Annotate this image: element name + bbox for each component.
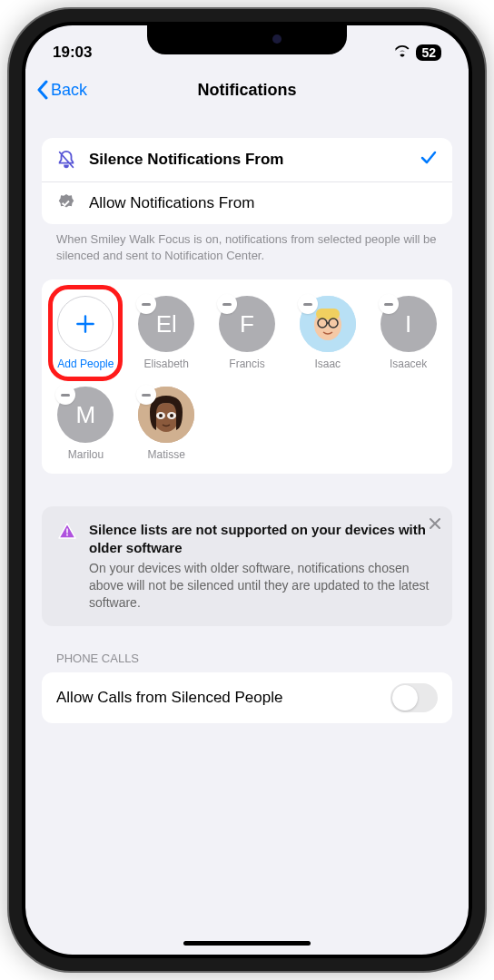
svg-point-16 <box>170 414 173 417</box>
person-matisse[interactable]: Matisse <box>126 387 207 461</box>
person-label: Elisabeth <box>144 358 189 370</box>
back-label: Back <box>51 81 87 100</box>
bell-slash-icon <box>56 150 76 170</box>
remove-person-button[interactable] <box>379 294 399 314</box>
allow-calls-toggle[interactable] <box>390 683 438 712</box>
home-indicator[interactable] <box>183 941 311 946</box>
warning-body-text: On your devices with older software, not… <box>89 560 436 612</box>
warning-title: Silence lists are not supported on your … <box>89 521 436 556</box>
content: Silence Notifications From Allow Notific… <box>25 138 469 723</box>
person-marilou[interactable]: M Marilou <box>45 387 126 461</box>
person-isaacek[interactable]: I Isaacek <box>368 296 449 370</box>
status-time: 19:03 <box>53 44 92 62</box>
svg-rect-1 <box>222 303 232 306</box>
allow-calls-row[interactable]: Allow Calls from Silenced People <box>42 672 452 723</box>
silence-option[interactable]: Silence Notifications From <box>42 138 452 182</box>
person-label: Marilou <box>68 448 104 461</box>
remove-person-button[interactable] <box>217 294 237 314</box>
nav-bar: Back Notifications <box>25 69 469 111</box>
remove-person-button[interactable] <box>55 385 75 405</box>
svg-point-15 <box>159 414 163 417</box>
remove-person-button[interactable] <box>136 294 156 314</box>
avatar-memoji <box>138 387 194 443</box>
person-francis[interactable]: F Francis <box>207 296 288 370</box>
avatar: I <box>380 296 437 352</box>
svg-rect-8 <box>303 303 312 306</box>
wifi-icon <box>394 44 410 62</box>
avatar: El <box>138 296 194 352</box>
badge-check-icon <box>56 193 76 213</box>
svg-rect-9 <box>384 303 393 306</box>
person-label: Isaac <box>314 358 341 370</box>
notification-mode-card: Silence Notifications From Allow Notific… <box>42 138 452 224</box>
avatar-memoji <box>300 296 356 352</box>
back-button[interactable]: Back <box>36 80 87 100</box>
close-warning-button[interactable] <box>429 517 441 534</box>
avatar-initials: F <box>240 310 254 338</box>
svg-rect-10 <box>61 394 70 397</box>
person-label: Matisse <box>148 448 185 461</box>
allow-calls-label: Allow Calls from Silenced People <box>56 689 282 707</box>
checkmark-icon <box>420 149 438 171</box>
warning-icon <box>58 523 76 541</box>
add-people-label: Add People <box>57 358 114 370</box>
avatar-initials: M <box>76 401 96 429</box>
svg-rect-4 <box>316 309 340 319</box>
battery-level: 52 <box>416 44 441 61</box>
warning-card: Silence lists are not supported on your … <box>42 506 452 626</box>
add-people-button[interactable]: Add People <box>45 296 126 370</box>
svg-rect-17 <box>142 394 151 397</box>
device-bezel: 19:03 52 Back Notifications <box>22 22 472 958</box>
avatar-initials: El <box>156 310 177 338</box>
toggle-knob <box>392 685 418 710</box>
person-isaac[interactable]: Isaac <box>287 296 368 370</box>
people-grid: Add People El Elisabeth F <box>42 279 452 474</box>
phone-calls-header: PHONE CALLS <box>42 626 452 672</box>
person-label: Isaacek <box>390 358 427 370</box>
avatar: M <box>57 387 114 443</box>
front-camera-dot <box>272 34 282 44</box>
notch <box>147 25 347 54</box>
plus-icon <box>57 296 114 352</box>
person-label: Francis <box>229 358 264 370</box>
screen: 19:03 52 Back Notifications <box>25 25 469 955</box>
avatar-initials: I <box>405 310 411 338</box>
page-title: Notifications <box>197 81 296 100</box>
allow-label: Allow Notifications From <box>89 194 438 212</box>
avatar: F <box>219 296 275 352</box>
device-frame: 19:03 52 Back Notifications <box>9 9 485 971</box>
silence-label: Silence Notifications From <box>89 151 407 169</box>
allow-option[interactable]: Allow Notifications From <box>42 182 452 224</box>
remove-person-button[interactable] <box>298 294 318 314</box>
svg-rect-0 <box>142 303 151 306</box>
help-text: When Smiley Walk Focus is on, notificati… <box>42 224 452 263</box>
person-elisabeth[interactable]: El Elisabeth <box>126 296 207 370</box>
